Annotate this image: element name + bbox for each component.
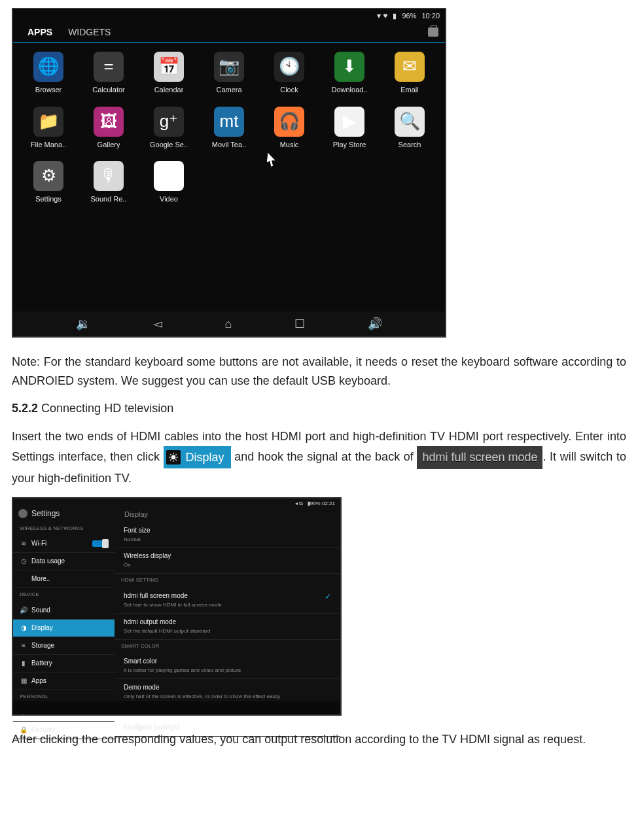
app-icon: ⬇ xyxy=(334,52,364,82)
app-label: Video xyxy=(160,194,178,205)
app-label: Sound Re.. xyxy=(90,194,126,205)
app-label: Browser xyxy=(35,84,62,96)
settings-item-label: Display xyxy=(31,623,53,633)
settings-item-storage[interactable]: ≡Storage xyxy=(13,637,115,655)
app-icon: 📅 xyxy=(154,52,184,82)
settings-item-apps[interactable]: ▦Apps xyxy=(13,673,115,690)
app-file-mana-[interactable]: 📁File Mana.. xyxy=(21,107,76,151)
app-calendar[interactable]: 📅Calendar xyxy=(141,52,196,96)
app-calculator[interactable]: =Calculator xyxy=(81,52,136,96)
settings-item-label: Apps xyxy=(31,676,46,686)
app-icon: 4K xyxy=(154,161,184,191)
sec-smart: SMART COLOR xyxy=(115,640,340,654)
app-movil-tea-[interactable]: mtMovil Tea.. xyxy=(202,107,257,151)
settings-item-label: Storage xyxy=(31,640,54,651)
app-label: Email xyxy=(400,84,419,96)
app-label: Search xyxy=(399,139,421,151)
display-option-intelligent-backlight[interactable]: Intelligent backlight xyxy=(115,719,340,737)
app-settings[interactable]: ⚙Settings xyxy=(21,161,76,205)
settings-left-pane: WIRELESS & NETWORKS ≋Wi-Fi◷Data usageMor… xyxy=(13,522,115,714)
settings-item-icon: ◑ xyxy=(20,624,27,632)
tab-widgets[interactable]: WIDGETS xyxy=(60,25,118,39)
app-video[interactable]: 4KVideo xyxy=(141,161,196,205)
app-browser[interactable]: 🌐Browser xyxy=(21,52,76,96)
app-label: Calendar xyxy=(154,84,184,96)
app-label: Gallery xyxy=(97,139,120,151)
option-title: hdmi full screen mode xyxy=(124,591,331,601)
nav-bar: 🔉 ◅ ⌂ ☐ 🔊 xyxy=(13,311,445,336)
settings-display-screenshot: ◂ ⧉ ▮96% 02:21 Settings Display WIRELESS… xyxy=(12,497,342,716)
option-subtitle: Set the default HDMI output standard xyxy=(124,627,331,636)
tab-apps[interactable]: APPS xyxy=(20,25,60,39)
app-icon: 🎧 xyxy=(274,107,304,137)
section-title: Connecting HD television xyxy=(41,402,173,415)
option-title: hdmi output mode xyxy=(124,617,331,627)
clock-text: 10:20 xyxy=(421,10,440,22)
home-icon[interactable]: ⌂ xyxy=(225,315,232,334)
app-search[interactable]: 🔍Search xyxy=(382,107,437,151)
svg-point-0 xyxy=(171,455,175,460)
app-icon: 🌐 xyxy=(33,52,63,82)
app-gallery[interactable]: 🖼Gallery xyxy=(81,107,136,151)
option-subtitle: Set true to show HDMI in full screen mod… xyxy=(124,601,331,610)
option-subtitle: Normal xyxy=(124,536,331,544)
display-option-hdmi-output-mode[interactable]: hdmi output modeSet the default HDMI out… xyxy=(115,614,340,640)
settings-item-more-[interactable]: More.. xyxy=(13,570,115,588)
app-icon: 📷 xyxy=(214,52,244,82)
option-title: Wireless display xyxy=(124,551,331,561)
settings-item-label: More.. xyxy=(31,574,50,584)
app-label: File Mana.. xyxy=(31,139,66,151)
settings-item-battery[interactable]: ▮Battery xyxy=(13,655,115,673)
settings-item-wi-fi[interactable]: ≋Wi-Fi xyxy=(13,535,115,553)
wifi-toggle[interactable] xyxy=(92,540,108,547)
app-download-[interactable]: ⬇Download.. xyxy=(322,52,377,96)
sec-device: DEVICE xyxy=(13,588,115,602)
app-sound-re-[interactable]: 🎙Sound Re.. xyxy=(81,161,136,205)
display-badge: Display xyxy=(164,446,231,468)
display-gear-icon xyxy=(166,450,181,464)
option-title: Demo mode xyxy=(124,682,331,693)
app-label: Settings xyxy=(35,194,62,205)
app-icon: 🖼 xyxy=(94,107,124,137)
display-option-hdmi-full-screen-mode[interactable]: ✓hdmi full screen modeSet true to show H… xyxy=(115,587,340,614)
shop-icon[interactable] xyxy=(428,27,438,37)
app-icon: 🔍 xyxy=(395,107,425,137)
settings-item-sound[interactable]: 🔊Sound xyxy=(13,602,115,620)
sec-hdmi: HDMI SETTING xyxy=(115,574,340,587)
app-label: Calculator xyxy=(92,84,125,96)
settings-right-pane: Font sizeNormalWireless displayOn HDMI S… xyxy=(115,522,340,714)
app-play-store[interactable]: ▶Play Store xyxy=(322,107,377,151)
app-label: Movil Tea.. xyxy=(212,139,246,151)
app-label: Camera xyxy=(216,84,241,96)
display-option-wireless-display[interactable]: Wireless displayOn xyxy=(115,548,340,574)
app-label: Download.. xyxy=(331,84,367,96)
app-google-se-[interactable]: g⁺Google Se.. xyxy=(141,107,196,151)
app-email[interactable]: ✉Email xyxy=(382,52,437,96)
app-label: Clock xyxy=(280,84,298,96)
check-icon: ✓ xyxy=(325,591,331,603)
settings-item-label: Wi-Fi xyxy=(31,538,46,549)
back-icon[interactable]: ◅ xyxy=(153,315,162,334)
display-option-font-size[interactable]: Font sizeNormal xyxy=(115,522,340,548)
settings-item-icon: ▮ xyxy=(20,659,27,667)
vol-down-icon[interactable]: 🔉 xyxy=(76,315,90,334)
recent-icon[interactable]: ☐ xyxy=(294,315,305,334)
display-badge-label: Display xyxy=(186,448,224,467)
status-icons: ▾ ♥ xyxy=(377,10,387,22)
status-bar: ▾ ♥ ▮ 96% 10:20 xyxy=(372,9,445,24)
app-camera[interactable]: 📷Camera xyxy=(202,52,257,96)
app-label: Google Se.. xyxy=(150,139,188,151)
battery-icon: ▮ xyxy=(393,10,397,22)
app-clock[interactable]: 🕙Clock xyxy=(262,52,317,96)
settings-item-security[interactable]: 🔒Security xyxy=(13,722,115,739)
settings-item-data-usage[interactable]: ◷Data usage xyxy=(13,553,115,570)
app-music[interactable]: 🎧Music xyxy=(262,107,317,151)
option-title: Smart color xyxy=(124,656,331,667)
display-option-smart-color[interactable]: Smart colorIt is better for playing game… xyxy=(115,653,340,679)
settings-item-display[interactable]: ◑Display xyxy=(13,620,115,637)
option-subtitle: On xyxy=(124,561,331,570)
vol-up-icon[interactable]: 🔊 xyxy=(368,315,382,334)
app-icon: 🎙 xyxy=(94,161,124,191)
settings-right-title: Display xyxy=(124,509,148,521)
settings-header: Settings xyxy=(18,508,60,520)
